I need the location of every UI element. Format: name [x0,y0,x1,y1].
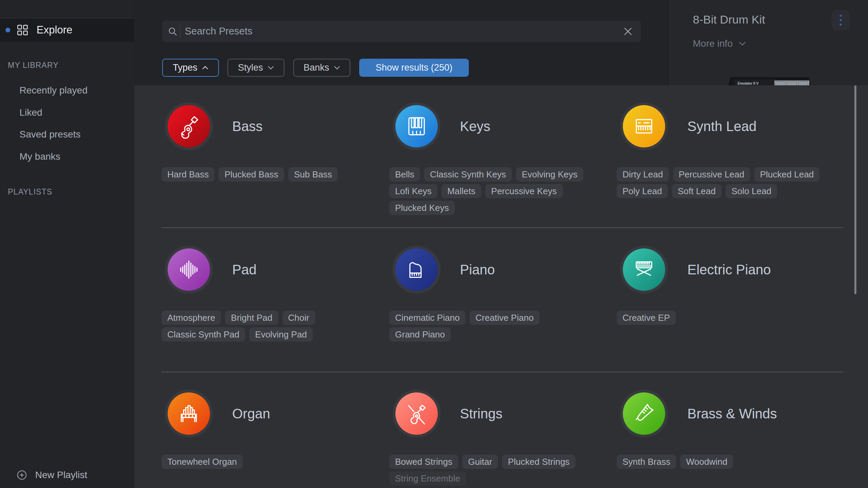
tag-chip-cinematic-piano[interactable]: Cinematic Piano [389,311,465,325]
tag-chip-soft-lead[interactable]: Soft Lead [672,184,722,198]
chevron-down-icon [268,66,274,70]
tag-chip-dirty-lead[interactable]: Dirty Lead [617,167,669,182]
search-icon [168,27,177,36]
types-filter-button[interactable]: Types [162,59,219,77]
tag-chip-lofi-keys[interactable]: Lofi Keys [389,184,437,198]
category-button-organ[interactable]: Organ [162,390,387,437]
tag-line: BellsClassic Synth KeysEvolving Keys [389,167,615,182]
sidebar-item-saved-presets[interactable]: Saved presets [19,128,81,141]
instrument-name-label: Emulator II V [734,80,761,85]
tag-chip-classic-synth-keys[interactable]: Classic Synth Keys [424,167,512,182]
tag-chip-bowed-strings[interactable]: Bowed Strings [389,455,458,469]
category-title: Bass [232,119,263,134]
category-tags: Dirty LeadPercussive LeadPlucked LeadPol… [617,167,842,198]
vertical-scrollbar-thumb[interactable] [854,85,856,294]
category-button-pad[interactable]: Pad [162,246,387,293]
tag-chip-mallets[interactable]: Mallets [442,184,481,198]
category-title: Pad [232,262,256,277]
row-divider [162,372,843,372]
category-cell-electric-piano: Electric PianoCreative EP [617,246,842,327]
tag-line: String Ensemble [389,471,615,486]
sidebar-item-recently-played[interactable]: Recently played [19,84,87,97]
category-title: Electric Piano [687,262,771,277]
pad-icon [168,248,210,291]
category-title: Strings [460,406,503,421]
tag-chip-atmosphere[interactable]: Atmosphere [162,311,221,325]
tag-chip-bright-pad[interactable]: Bright Pad [225,311,278,325]
show-results-button[interactable]: Show results (250) [359,59,469,77]
category-icon-ring [165,102,213,150]
banks-filter-button[interactable]: Banks [293,59,350,77]
category-tags: AtmosphereBright PadChoirClassic Synth P… [162,311,387,342]
tag-chip-hard-bass[interactable]: Hard Bass [162,167,214,182]
tag-chip-woodwind[interactable]: Woodwind [680,455,733,469]
tag-chip-plucked-strings[interactable]: Plucked Strings [502,455,575,469]
tag-chip-string-ensemble[interactable]: String Ensemble [389,471,466,486]
tag-line: Hard BassPlucked BassSub Bass [162,167,387,182]
tag-chip-evolving-keys[interactable]: Evolving Keys [516,167,583,182]
search-input[interactable] [185,20,615,42]
category-button-bass[interactable]: Bass [162,102,387,150]
kebab-menu-icon[interactable] [831,10,850,30]
tag-chip-plucked-bass[interactable]: Plucked Bass [219,167,284,182]
tag-line: Lofi KeysMalletsPercussive Keys [389,184,615,198]
preset-instrument-image: Emulator II V [722,77,815,85]
tag-chip-plucked-keys[interactable]: Plucked Keys [389,201,455,215]
category-button-electric-piano[interactable]: Electric Piano [617,246,842,293]
category-cell-piano: PianoCinematic PianoCreative PianoGrand … [389,246,615,344]
keys-icon [395,105,438,147]
tag-chip-percussive-lead[interactable]: Percussive Lead [673,167,750,182]
tag-chip-tonewheel-organ[interactable]: Tonewheel Organ [162,455,243,469]
sidebar-item-label: Explore [37,24,72,36]
tag-chip-classic-synth-pad[interactable]: Classic Synth Pad [162,327,245,342]
new-playlist-button[interactable]: New Playlist [0,465,134,485]
tag-chip-solo-lead[interactable]: Solo Lead [726,184,777,198]
tag-chip-percussive-keys[interactable]: Percussive Keys [485,184,562,198]
tag-chip-choir[interactable]: Choir [282,311,315,325]
types-filter-label: Types [173,62,197,73]
sidebar-item-my-banks[interactable]: My banks [19,150,60,163]
category-title: Keys [460,119,490,134]
sidebar-item-explore[interactable]: Explore [0,18,134,42]
tag-chip-grand-piano[interactable]: Grand Piano [389,327,451,342]
more-info-toggle[interactable]: More info [693,38,746,49]
tag-chip-evolving-pad[interactable]: Evolving Pad [249,327,313,342]
category-button-synth-lead[interactable]: Synth Lead [617,102,842,150]
sidebar-item-liked[interactable]: Liked [19,106,42,119]
tag-line: Dirty LeadPercussive LeadPlucked Lead [617,167,842,182]
tag-chip-creative-ep[interactable]: Creative EP [617,311,676,325]
category-button-brass-winds[interactable]: Brass & Winds [617,390,842,437]
tag-chip-poly-lead[interactable]: Poly Lead [617,184,668,198]
category-cell-keys: KeysBellsClassic Synth KeysEvolving Keys… [389,102,615,217]
tag-chip-guitar[interactable]: Guitar [462,455,498,469]
close-icon[interactable] [624,27,632,35]
category-button-piano[interactable]: Piano [389,246,615,293]
tag-chip-synth-brass[interactable]: Synth Brass [617,455,676,469]
styles-filter-button[interactable]: Styles [227,59,284,77]
category-title: Organ [232,406,270,421]
tag-chip-creative-piano[interactable]: Creative Piano [470,311,540,325]
category-title: Synth Lead [687,119,756,134]
category-tags: Bowed StringsGuitarPlucked StringsString… [389,455,615,486]
tag-line: Plucked Keys [389,201,615,215]
search-bar [162,20,641,42]
category-tags: Cinematic PianoCreative PianoGrand Piano [389,311,615,342]
category-title: Piano [460,262,495,277]
category-button-keys[interactable]: Keys [389,102,615,150]
chevron-down-icon [739,42,746,46]
category-tags: Creative EP [617,311,842,325]
category-cell-bass: BassHard BassPlucked BassSub Bass [162,102,387,184]
category-cell-brass-winds: Brass & WindsSynth BrassWoodwind [617,390,842,471]
tag-chip-plucked-lead[interactable]: Plucked Lead [754,167,820,182]
active-indicator-dot [5,28,10,32]
strings-icon [395,392,438,435]
organ-icon [168,392,210,435]
tag-chip-sub-bass[interactable]: Sub Bass [288,167,338,182]
category-icon-ring [620,102,668,150]
category-icon-ring [165,246,213,293]
category-button-strings[interactable]: Strings [389,390,615,437]
tag-chip-bells[interactable]: Bells [389,167,420,182]
category-icon-ring [393,246,440,293]
search-divider [180,25,180,38]
category-cell-strings: StringsBowed StringsGuitarPlucked String… [389,390,615,488]
